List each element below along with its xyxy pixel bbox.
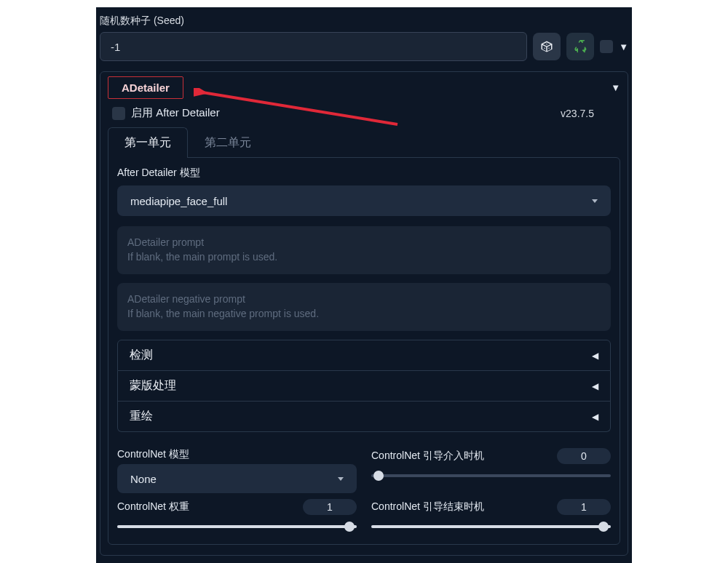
enable-adetailer-label: 启用 After Detailer [131, 106, 220, 120]
accordion-detection-label: 检测 [130, 348, 153, 363]
seed-extra-checkbox[interactable] [600, 40, 613, 53]
seed-label: 随机数种子 (Seed) [96, 15, 632, 28]
cn-end-slider[interactable] [371, 521, 611, 532]
ad-negative-prompt-input[interactable]: ADetailer negative prompt If blank, the … [117, 283, 611, 331]
ad-prompt-input[interactable]: ADetailer prompt If blank, the main prom… [117, 226, 611, 274]
recycle-icon [574, 40, 587, 53]
cn-end-value[interactable]: 1 [557, 499, 611, 515]
ad-model-select[interactable]: mediapipe_face_full [117, 185, 611, 216]
accordion-inpaint[interactable]: 重绘 ◀ [117, 402, 611, 432]
enable-adetailer-checkbox[interactable] [112, 107, 125, 120]
seed-more-toggle[interactable]: ▼ [619, 41, 628, 52]
cn-end-label: ControlNet 引导结束时机 [371, 500, 484, 514]
svg-point-0 [544, 48, 545, 49]
svg-point-1 [548, 48, 550, 49]
chevron-left-icon: ◀ [592, 381, 598, 391]
chevron-down-icon [592, 199, 598, 203]
cn-model-select[interactable]: None [117, 464, 357, 493]
cn-model-label: ControlNet 模型 [117, 448, 357, 461]
random-seed-button[interactable] [533, 33, 561, 60]
seed-input[interactable] [100, 32, 527, 61]
ad-model-label: After Detailer 模型 [117, 167, 611, 180]
accordion-mask-label: 蒙版处理 [130, 378, 176, 394]
ad-model-value: mediapipe_face_full [130, 195, 227, 207]
reuse-seed-button[interactable] [566, 33, 594, 60]
adetailer-title: ADetailer [108, 76, 183, 99]
chevron-left-icon: ◀ [592, 412, 598, 422]
cn-weight-value[interactable]: 1 [303, 499, 357, 515]
cn-start-label: ControlNet 引导介入时机 [371, 450, 484, 463]
accordion-mask[interactable]: 蒙版处理 ◀ [117, 371, 611, 402]
adetailer-version: v23.7.5 [561, 108, 616, 119]
chevron-down-icon [338, 477, 344, 481]
accordion-inpaint-label: 重绘 [130, 409, 153, 424]
tab-unit-1[interactable]: 第一单元 [108, 127, 188, 158]
svg-point-2 [546, 44, 547, 45]
chevron-left-icon: ◀ [592, 351, 598, 361]
dice-icon [540, 40, 553, 53]
cn-start-value[interactable]: 0 [557, 448, 611, 464]
adetailer-panel: ADetailer ▼ 启用 After Detailer v23.7.5 第一… [100, 71, 628, 556]
cn-weight-label: ControlNet 权重 [117, 500, 189, 514]
cn-weight-slider[interactable] [117, 521, 357, 532]
cn-model-value: None [130, 473, 157, 485]
tab-unit-2[interactable]: 第二单元 [188, 127, 268, 158]
cn-start-slider[interactable] [371, 470, 611, 482]
accordion-detection[interactable]: 检测 ◀ [117, 340, 611, 371]
adetailer-collapse-toggle[interactable]: ▼ [611, 82, 620, 93]
